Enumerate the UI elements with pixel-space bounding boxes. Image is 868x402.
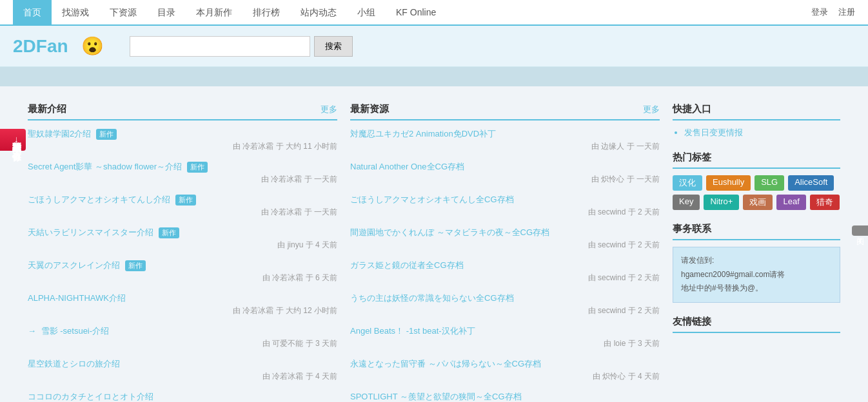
item-meta: 由 冷若冰霜 于 大约 11 小时前 xyxy=(28,141,337,152)
latest-resources-header: 最新资源 更多 xyxy=(350,103,660,120)
new-badge: 新作 xyxy=(159,227,179,238)
close-side-button[interactable]: 关闭 xyxy=(852,225,868,236)
new-badge: 新作 xyxy=(175,195,196,206)
col-right-sidebar: 快捷入口 发售日变更情报 热门标签 汉化 Eushully SLG AliceS… xyxy=(673,93,840,402)
search-button[interactable]: 搜索 xyxy=(314,36,353,57)
intro-item-title[interactable]: Secret Agent影華 ～shadow flower～介绍 xyxy=(28,162,182,171)
arrow-indicator: → xyxy=(28,326,36,336)
latest-resources-title: 最新资源 xyxy=(350,103,389,115)
list-item: ALPHA-NIGHTHAWK介绍 由 冷若冰霜 于 大约 12 小时前 xyxy=(28,292,337,316)
tag-slg[interactable]: SLG xyxy=(755,175,784,191)
item-meta: 由 边缘人 于 一天前 xyxy=(350,141,660,152)
list-item: → 雪影 -setsuei-介绍 由 可爱不能 于 3 天前 xyxy=(28,325,337,349)
item-meta: 由 冷若冰霜 于 4 天前 xyxy=(28,371,337,382)
list-item: SPOTLIGHT ～羨望と欲望の狭間～全CG存档 xyxy=(350,391,660,402)
intro-item-title[interactable]: 星空鉄道とシロの旅介绍 xyxy=(28,359,120,368)
intro-item-title[interactable]: ALPHA-NIGHTHAWK介绍 xyxy=(28,293,126,303)
search-input[interactable] xyxy=(130,36,310,57)
tag-xihua[interactable]: 戏画 xyxy=(743,195,773,210)
top-nav: 首页 找游戏 下资源 目录 本月新作 排行榜 站内动态 小组 KF Online… xyxy=(0,0,868,26)
col-latest-resources: 最新资源 更多 対魔忍ユキカゼ2 Animation免DVD补丁 由 边缘人 于… xyxy=(350,93,660,402)
nav-item-site-news[interactable]: 站内动态 xyxy=(290,0,347,25)
resource-item-title[interactable]: うちの主は妖怪の常識を知らない全CG存档 xyxy=(350,293,514,303)
col-latest-intro: 最新介绍 更多 聖奴隷学園2介绍 新作 由 冷若冰霜 于 大约 11 小时前 S… xyxy=(28,93,337,402)
quick-access: 快捷入口 发售日变更情报 xyxy=(673,103,840,139)
quick-access-title: 快捷入口 xyxy=(673,103,840,120)
nav-right: 登录 注册 xyxy=(811,6,855,18)
list-item: 天翼のアスクレイン介绍 新作 由 冷若冰霜 于 6 天前 xyxy=(28,260,337,283)
list-item: Angel Beats！ -1st beat-汉化补丁 由 loie 于 3 天… xyxy=(350,325,660,349)
tag-alicesoft[interactable]: AliceSoft xyxy=(788,175,834,191)
intro-item-title[interactable]: ココロのカタチとイロとオト介绍 xyxy=(28,392,153,401)
register-link[interactable]: 注册 xyxy=(838,6,855,18)
list-item: ごほうしアクマとオシオキてんし全CG存档 由 secwind 于 2 天前 xyxy=(350,194,660,218)
new-badge: 新作 xyxy=(96,129,117,140)
list-item: 間遊園地でかくれんぼ ～マタビラキの夜～全CG存档 由 secwind 于 2 … xyxy=(350,227,660,251)
resource-item-title[interactable]: SPOTLIGHT ～羨望と欲望の狭間～全CG存档 xyxy=(350,392,522,401)
contact-title: 事务联系 xyxy=(673,223,840,240)
resource-item-title[interactable]: 間遊園地でかくれんぼ ～マタビラキの夜～全CG存档 xyxy=(350,227,549,237)
quick-access-item[interactable]: 发售日变更情报 xyxy=(684,127,840,139)
list-item: 星空鉄道とシロの旅介绍 由 冷若冰霜 于 4 天前 xyxy=(28,358,337,382)
banner-area xyxy=(0,67,868,86)
item-meta: 由 secwind 于 2 天前 xyxy=(350,240,660,251)
intro-item-title[interactable]: 雪影 -setsuei-介绍 xyxy=(41,326,109,336)
item-meta: 由 炽怜心 于 4 天前 xyxy=(350,371,660,382)
resource-item-title[interactable]: ごほうしアクマとオシオキてんし全CG存档 xyxy=(350,195,514,204)
tag-leaf[interactable]: Leaf xyxy=(776,195,805,210)
tag-eushully[interactable]: Eushully xyxy=(706,175,751,191)
list-item: ココロのカタチとイロとオト介绍 xyxy=(28,391,337,402)
tag-lieqi[interactable]: 猎奇 xyxy=(810,195,840,210)
nav-item-ranking[interactable]: 排行榜 xyxy=(242,0,290,25)
nav-item-group[interactable]: 小组 xyxy=(347,0,386,25)
intro-item-title[interactable]: 聖奴隷学園2介绍 xyxy=(28,129,91,139)
latest-resources-more[interactable]: 更多 xyxy=(643,104,660,115)
nav-item-findgame[interactable]: 找游戏 xyxy=(52,0,99,25)
intro-item-title[interactable]: 天翼のアスクレイン介绍 xyxy=(28,260,120,270)
resource-item-title[interactable]: Angel Beats！ -1st beat-汉化补丁 xyxy=(350,326,475,336)
list-item: Secret Agent影華 ～shadow flower～介绍 新作 由 冷若… xyxy=(28,161,337,185)
new-badge: 新作 xyxy=(187,162,208,173)
item-meta: 由 secwind 于 2 天前 xyxy=(350,273,660,283)
nav-item-download[interactable]: 下资源 xyxy=(99,0,147,25)
resource-item-title[interactable]: 対魔忍ユキカゼ2 Animation免DVD补丁 xyxy=(350,129,496,139)
login-link[interactable]: 登录 xyxy=(811,6,828,18)
contact-box: 请发信到: hgamecn2009#gmail.com请将 地址中的#号替换为@… xyxy=(673,247,840,303)
item-meta: 由 冷若冰霜 于 大约 12 小时前 xyxy=(28,305,337,316)
nav-item-home[interactable]: 首页 xyxy=(13,0,52,25)
friend-links-title: 友情链接 xyxy=(673,316,840,333)
list-item: うちの主は妖怪の常識を知らない全CG存档 由 secwind 于 2 天前 xyxy=(350,292,660,316)
header: 2DFan 😮 搜索 xyxy=(0,26,868,67)
item-meta: 由 冷若冰霜 于 一天前 xyxy=(28,174,337,185)
intro-item-title[interactable]: ごほうしアクマとオシオキてんし介绍 xyxy=(28,195,170,204)
intro-item-title[interactable]: 天結いラビリンスマイスター介绍 xyxy=(28,227,153,237)
item-meta: 由 炽怜心 于 一天前 xyxy=(350,174,660,185)
list-item: Natural Another One全CG存档 由 炽怜心 于 一天前 xyxy=(350,161,660,185)
nav-items: 首页 找游戏 下资源 目录 本月新作 排行榜 站内动态 小组 KF Online xyxy=(13,0,811,25)
tags-container: 汉化 Eushully SLG AliceSoft Key Nitro+ 戏画 … xyxy=(673,175,840,210)
item-meta: 由 冷若冰霜 于 一天前 xyxy=(28,207,337,218)
tag-key[interactable]: Key xyxy=(673,195,700,210)
list-item: 永遠となった留守番 ～パパは帰らない～全CG存档 由 炽怜心 于 4 天前 xyxy=(350,358,660,382)
item-meta: 由 冷若冰霜 于 6 天前 xyxy=(28,273,337,283)
latest-intro-more[interactable]: 更多 xyxy=(321,104,337,115)
resource-item-title[interactable]: ガラス姫と鏡の従者全CG存档 xyxy=(350,260,464,270)
resource-item-title[interactable]: Natural Another One全CG存档 xyxy=(350,162,464,171)
tag-nitroplus[interactable]: Nitro+ xyxy=(704,195,739,210)
hot-tags: 热门标签 汉化 Eushully SLG AliceSoft Key Nitro… xyxy=(673,151,840,210)
item-meta: 由 secwind 于 2 天前 xyxy=(350,305,660,316)
list-item: 対魔忍ユキカゼ2 Animation免DVD补丁 由 边缘人 于 一天前 xyxy=(350,128,660,152)
tag-hanhua[interactable]: 汉化 xyxy=(673,175,702,191)
nav-item-newmonth[interactable]: 本月新作 xyxy=(186,0,242,25)
logo-icon: 😮 xyxy=(81,35,104,57)
nav-item-kfonline[interactable]: KF Online xyxy=(386,0,446,25)
latest-intro-header: 最新介绍 更多 xyxy=(28,103,337,120)
item-meta: 由 loie 于 3 天前 xyxy=(350,338,660,349)
item-meta: 由 jinyu 于 4 天前 xyxy=(28,240,337,251)
list-item: 聖奴隷学園2介绍 新作 由 冷若冰霜 于 大约 11 小时前 xyxy=(28,128,337,152)
latest-intro-title: 最新介绍 xyxy=(28,103,66,115)
side-promo[interactable]: 鼠标移到这里来→有惊喜 xyxy=(0,129,26,151)
list-item: 天結いラビリンスマイスター介绍 新作 由 jinyu 于 4 天前 xyxy=(28,227,337,251)
resource-item-title[interactable]: 永遠となった留守番 ～パパは帰らない～全CG存档 xyxy=(350,359,541,368)
nav-item-catalog[interactable]: 目录 xyxy=(147,0,186,25)
